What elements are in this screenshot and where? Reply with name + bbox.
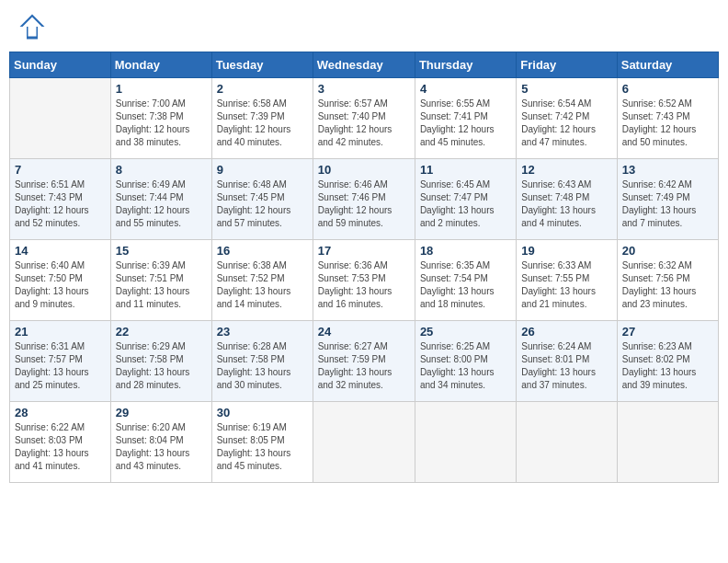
calendar-cell: 5Sunrise: 6:54 AM Sunset: 7:42 PM Daylig…: [517, 78, 617, 159]
day-info: Sunrise: 6:43 AM Sunset: 7:48 PM Dayligh…: [521, 178, 611, 230]
day-info: Sunrise: 6:48 AM Sunset: 7:45 PM Dayligh…: [217, 178, 308, 230]
day-info: Sunrise: 6:20 AM Sunset: 8:04 PM Dayligh…: [116, 421, 207, 473]
day-info: Sunrise: 6:39 AM Sunset: 7:51 PM Dayligh…: [116, 259, 207, 311]
calendar-cell: [517, 402, 617, 483]
calendar-cell: 2Sunrise: 6:58 AM Sunset: 7:39 PM Daylig…: [211, 78, 313, 159]
day-number: 16: [217, 244, 308, 258]
calendar-cell: 19Sunrise: 6:33 AM Sunset: 7:55 PM Dayli…: [517, 240, 617, 321]
day-info: Sunrise: 6:32 AM Sunset: 7:56 PM Dayligh…: [622, 259, 713, 311]
day-info: Sunrise: 6:36 AM Sunset: 7:53 PM Dayligh…: [318, 259, 410, 311]
day-info: Sunrise: 6:49 AM Sunset: 7:44 PM Dayligh…: [116, 178, 207, 230]
calendar-cell: 23Sunrise: 6:28 AM Sunset: 7:58 PM Dayli…: [211, 321, 313, 402]
day-number: 15: [116, 244, 207, 258]
day-number: 24: [318, 325, 410, 339]
weekday-header-wednesday: Wednesday: [313, 52, 415, 78]
calendar-cell: 7Sunrise: 6:51 AM Sunset: 7:43 PM Daylig…: [10, 159, 111, 240]
day-number: 27: [622, 325, 713, 339]
day-number: 21: [15, 325, 106, 339]
day-number: 19: [521, 244, 611, 258]
day-number: 10: [318, 163, 410, 177]
weekday-header-tuesday: Tuesday: [211, 52, 313, 78]
day-number: 28: [15, 406, 106, 419]
day-number: 30: [217, 406, 308, 419]
week-row-1: 1Sunrise: 7:00 AM Sunset: 7:38 PM Daylig…: [10, 78, 719, 159]
calendar-cell: 15Sunrise: 6:39 AM Sunset: 7:51 PM Dayli…: [110, 240, 211, 321]
day-number: 2: [217, 82, 308, 96]
calendar-cell: 29Sunrise: 6:20 AM Sunset: 8:04 PM Dayli…: [110, 402, 211, 483]
calendar-cell: 25Sunrise: 6:25 AM Sunset: 8:00 PM Dayli…: [415, 321, 516, 402]
weekday-header-row: SundayMondayTuesdayWednesdayThursdayFrid…: [10, 52, 719, 78]
day-info: Sunrise: 7:00 AM Sunset: 7:38 PM Dayligh…: [116, 98, 207, 149]
day-info: Sunrise: 6:33 AM Sunset: 7:55 PM Dayligh…: [521, 259, 611, 311]
day-info: Sunrise: 6:58 AM Sunset: 7:39 PM Dayligh…: [217, 98, 308, 149]
day-info: Sunrise: 6:52 AM Sunset: 7:43 PM Dayligh…: [622, 98, 713, 149]
day-number: 20: [622, 244, 713, 258]
header: [9, 9, 719, 44]
calendar-cell: 1Sunrise: 7:00 AM Sunset: 7:38 PM Daylig…: [110, 78, 211, 159]
week-row-5: 28Sunrise: 6:22 AM Sunset: 8:03 PM Dayli…: [10, 402, 719, 483]
day-number: 18: [420, 244, 511, 258]
day-number: 22: [116, 325, 207, 339]
day-info: Sunrise: 6:23 AM Sunset: 8:02 PM Dayligh…: [622, 340, 713, 392]
day-info: Sunrise: 6:25 AM Sunset: 8:00 PM Dayligh…: [420, 340, 511, 392]
calendar-cell: 8Sunrise: 6:49 AM Sunset: 7:44 PM Daylig…: [110, 159, 211, 240]
day-info: Sunrise: 6:31 AM Sunset: 7:57 PM Dayligh…: [15, 340, 106, 392]
day-number: 14: [15, 244, 106, 258]
day-info: Sunrise: 6:28 AM Sunset: 7:58 PM Dayligh…: [217, 340, 308, 392]
day-info: Sunrise: 6:42 AM Sunset: 7:49 PM Dayligh…: [622, 178, 713, 230]
day-number: 9: [217, 163, 308, 177]
calendar-table: SundayMondayTuesdayWednesdayThursdayFrid…: [9, 52, 719, 483]
day-info: Sunrise: 6:51 AM Sunset: 7:43 PM Dayligh…: [15, 178, 106, 230]
calendar-cell: 17Sunrise: 6:36 AM Sunset: 7:53 PM Dayli…: [313, 240, 415, 321]
week-row-3: 14Sunrise: 6:40 AM Sunset: 7:50 PM Dayli…: [10, 240, 719, 321]
day-number: 7: [15, 163, 106, 177]
day-info: Sunrise: 6:24 AM Sunset: 8:01 PM Dayligh…: [521, 340, 611, 392]
calendar-cell: 3Sunrise: 6:57 AM Sunset: 7:40 PM Daylig…: [313, 78, 415, 159]
week-row-4: 21Sunrise: 6:31 AM Sunset: 7:57 PM Dayli…: [10, 321, 719, 402]
calendar-cell: 16Sunrise: 6:38 AM Sunset: 7:52 PM Dayli…: [211, 240, 313, 321]
weekday-header-friday: Friday: [517, 52, 617, 78]
calendar-cell: 13Sunrise: 6:42 AM Sunset: 7:49 PM Dayli…: [617, 159, 718, 240]
day-number: 8: [116, 163, 207, 177]
day-number: 1: [116, 82, 207, 96]
day-info: Sunrise: 6:27 AM Sunset: 7:59 PM Dayligh…: [318, 340, 410, 392]
calendar-cell: 24Sunrise: 6:27 AM Sunset: 7:59 PM Dayli…: [313, 321, 415, 402]
day-number: 25: [420, 325, 511, 339]
calendar-cell: [415, 402, 516, 483]
calendar-cell: [313, 402, 415, 483]
calendar-cell: 20Sunrise: 6:32 AM Sunset: 7:56 PM Dayli…: [617, 240, 718, 321]
calendar-cell: 4Sunrise: 6:55 AM Sunset: 7:41 PM Daylig…: [415, 78, 516, 159]
weekday-header-monday: Monday: [110, 52, 211, 78]
day-info: Sunrise: 6:22 AM Sunset: 8:03 PM Dayligh…: [15, 421, 106, 473]
calendar-cell: 21Sunrise: 6:31 AM Sunset: 7:57 PM Dayli…: [10, 321, 111, 402]
day-info: Sunrise: 6:45 AM Sunset: 7:47 PM Dayligh…: [420, 178, 511, 230]
weekday-header-saturday: Saturday: [617, 52, 718, 78]
calendar-cell: 18Sunrise: 6:35 AM Sunset: 7:54 PM Dayli…: [415, 240, 516, 321]
day-number: 17: [318, 244, 410, 258]
calendar-cell: 11Sunrise: 6:45 AM Sunset: 7:47 PM Dayli…: [415, 159, 516, 240]
calendar-cell: 26Sunrise: 6:24 AM Sunset: 8:01 PM Dayli…: [517, 321, 617, 402]
svg-marker-1: [23, 17, 42, 37]
calendar-cell: 10Sunrise: 6:46 AM Sunset: 7:46 PM Dayli…: [313, 159, 415, 240]
calendar-cell: 30Sunrise: 6:19 AM Sunset: 8:05 PM Dayli…: [211, 402, 313, 483]
calendar-cell: [617, 402, 718, 483]
week-row-2: 7Sunrise: 6:51 AM Sunset: 7:43 PM Daylig…: [10, 159, 719, 240]
day-info: Sunrise: 6:29 AM Sunset: 7:58 PM Dayligh…: [116, 340, 207, 392]
calendar-cell: 6Sunrise: 6:52 AM Sunset: 7:43 PM Daylig…: [617, 78, 718, 159]
day-info: Sunrise: 6:40 AM Sunset: 7:50 PM Dayligh…: [15, 259, 106, 311]
calendar-cell: [10, 78, 111, 159]
day-info: Sunrise: 6:19 AM Sunset: 8:05 PM Dayligh…: [217, 421, 308, 473]
day-info: Sunrise: 6:35 AM Sunset: 7:54 PM Dayligh…: [420, 259, 511, 311]
day-info: Sunrise: 6:57 AM Sunset: 7:40 PM Dayligh…: [318, 98, 410, 149]
day-number: 26: [521, 325, 611, 339]
day-number: 11: [420, 163, 511, 177]
calendar-cell: 28Sunrise: 6:22 AM Sunset: 8:03 PM Dayli…: [10, 402, 111, 483]
day-info: Sunrise: 6:46 AM Sunset: 7:46 PM Dayligh…: [318, 178, 410, 230]
weekday-header-sunday: Sunday: [10, 52, 111, 78]
day-info: Sunrise: 6:55 AM Sunset: 7:41 PM Dayligh…: [420, 98, 511, 149]
logo-icon: [18, 13, 46, 40]
calendar-cell: 9Sunrise: 6:48 AM Sunset: 7:45 PM Daylig…: [211, 159, 313, 240]
day-number: 12: [521, 163, 611, 177]
calendar-cell: 12Sunrise: 6:43 AM Sunset: 7:48 PM Dayli…: [517, 159, 617, 240]
logo: [15, 13, 46, 40]
